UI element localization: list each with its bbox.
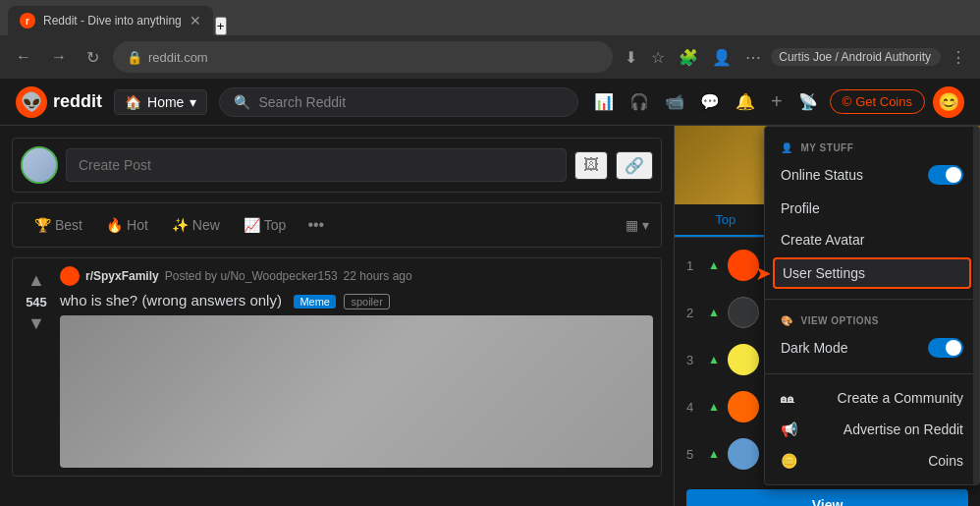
profile-item[interactable]: Profile (765, 193, 979, 224)
sort-more-button[interactable]: ••• (299, 212, 332, 238)
view-toggle-button[interactable]: ▦ ▾ (626, 217, 649, 233)
home-label: Home (147, 94, 184, 110)
user-settings-label: User Settings (783, 265, 865, 281)
back-button[interactable]: ← (10, 44, 37, 70)
dropdown-view-options-header: 🎨 View Options (765, 308, 979, 330)
create-post-input[interactable] (66, 148, 567, 182)
reddit-logo[interactable]: 👽 reddit (16, 86, 102, 118)
image-upload-button[interactable]: 🖼 (574, 151, 608, 180)
extension-icon[interactable]: 🧩 (675, 44, 702, 71)
search-placeholder: Search Reddit (258, 94, 346, 110)
new-tab-button[interactable]: + (215, 17, 227, 35)
more-button[interactable]: ⋮ (947, 44, 970, 71)
reddit-favicon: r (20, 13, 35, 28)
create-avatar-item[interactable]: Create Avatar (765, 224, 979, 255)
user-settings-item[interactable]: User Settings ➤ (773, 257, 971, 289)
home-dropdown-button[interactable]: 🏠 Home ▾ (114, 89, 207, 115)
browser-tab[interactable]: r Reddit - Dive into anything ✕ (8, 6, 213, 35)
home-icon: 🏠 (125, 94, 141, 110)
dropdown-my-stuff-section: 👤 My Stuff Online Status Profile Create … (765, 127, 979, 300)
megaphone-icon: 📢 (781, 422, 797, 437)
get-coins-button[interactable]: © Get Coins (830, 89, 925, 114)
sort-new-button[interactable]: ✨ New (162, 211, 230, 239)
close-tab-button[interactable]: ✕ (190, 13, 201, 28)
rank-num-5: 5 (686, 447, 700, 462)
chart-icon[interactable]: 📊 (590, 88, 618, 115)
post-card: ▲ 545 ▼ r/SpyxFamily Posted by u/No_Wood… (12, 257, 662, 477)
header-icons: 📊 🎧 📹 💬 🔔 + 📡 © Get Coins 😊 (590, 86, 964, 118)
spoiler-tag[interactable]: spoiler (344, 294, 389, 309)
dropdown-menu: 👤 My Stuff Online Status Profile Create … (764, 126, 980, 485)
main-area: 🖼 🔗 🏆 Best 🔥 Hot ✨ New (0, 126, 980, 506)
rank-num-1: 1 (686, 258, 700, 273)
forward-button[interactable]: → (45, 44, 73, 70)
vote-count: 545 (26, 295, 47, 309)
chat-icon[interactable]: 💬 (696, 88, 724, 115)
coins-item[interactable]: 🪙 Coins (765, 445, 979, 477)
user-circle-icon: 👤 (781, 142, 793, 153)
sort-new-label: New (192, 217, 220, 233)
browser-frame: r Reddit - Dive into anything ✕ + ← → ↻ … (0, 0, 980, 79)
refresh-button[interactable]: ↻ (81, 44, 105, 71)
profile-badge[interactable]: Curtis Joe / Android Authority (771, 48, 941, 66)
profile-label: Profile (781, 200, 820, 216)
coins-icon: © (843, 94, 852, 109)
dark-mode-label: Dark Mode (781, 340, 847, 356)
toolbar-right: ⬇ ☆ 🧩 👤 ⋯ Curtis Joe / Android Authority… (621, 44, 970, 71)
view-more-button[interactable]: View (686, 489, 968, 506)
coins-label: Coins (928, 453, 963, 469)
scrollbar[interactable] (973, 127, 979, 484)
dark-mode-toggle[interactable] (928, 338, 963, 358)
red-arrow-indicator: ➤ (755, 261, 772, 285)
online-status-item[interactable]: Online Status (765, 157, 979, 193)
address-bar[interactable]: 🔒 reddit.com (113, 41, 613, 73)
subreddit-name[interactable]: r/SpyxFamily (85, 269, 159, 283)
video-icon[interactable]: 📹 (661, 88, 688, 115)
address-text: reddit.com (148, 50, 208, 65)
create-community-item[interactable]: 🏘 Create a Community (765, 382, 979, 414)
sidebar-tab-top[interactable]: Top (675, 204, 777, 237)
broadcast-icon[interactable]: 📡 (794, 88, 822, 115)
online-status-toggle[interactable] (928, 165, 963, 185)
bookmark-button[interactable]: ☆ (647, 44, 669, 71)
meme-tag[interactable]: Meme (294, 295, 336, 309)
advertise-item[interactable]: 📢 Advertise on Reddit (765, 414, 979, 445)
reddit-text: reddit (53, 91, 102, 112)
sort-hot-button[interactable]: 🔥 Hot (96, 211, 158, 239)
search-bar[interactable]: 🔍 Search Reddit (219, 87, 578, 117)
browser-tab-bar: r Reddit - Dive into anything ✕ + (0, 0, 980, 35)
lock-icon: 🔒 (127, 50, 142, 65)
rank-arrow-4: ▲ (708, 400, 720, 414)
sort-best-label: Best (55, 217, 82, 233)
sort-hot-label: Hot (127, 217, 148, 233)
rank-arrow-2: ▲ (708, 306, 720, 319)
post-title-line: who is she? (wrong answers only) Meme sp… (60, 292, 653, 309)
download-button[interactable]: ⬇ (621, 44, 641, 71)
bell-icon[interactable]: 🔔 (732, 88, 759, 115)
sort-top-label: Top (264, 217, 287, 233)
rank-num-2: 2 (686, 306, 700, 320)
plus-icon[interactable]: + (767, 86, 787, 117)
sort-bar: 🏆 Best 🔥 Hot ✨ New 📈 Top ••• ▦ ▾ (12, 202, 662, 248)
sort-best-button[interactable]: 🏆 Best (25, 211, 92, 239)
link-button[interactable]: 🔗 (616, 151, 653, 180)
subreddit-icon-4 (728, 391, 759, 422)
sort-hot-icon: 🔥 (106, 217, 123, 233)
user-avatar-small (21, 146, 58, 184)
create-community-label: Create a Community (838, 390, 963, 406)
dropdown-other-section: 🏘 Create a Community 📢 Advertise on Redd… (765, 374, 979, 484)
browser-toolbar: ← → ↻ 🔒 reddit.com ⬇ ☆ 🧩 👤 ⋯ Curtis Joe … (0, 35, 980, 79)
rank-arrow-5: ▲ (708, 447, 720, 461)
sort-top-button[interactable]: 📈 Top (234, 211, 297, 239)
dark-mode-item[interactable]: Dark Mode (765, 330, 979, 365)
post-content: r/SpyxFamily Posted by u/No_Woodpecker15… (60, 266, 653, 468)
dropdown-my-stuff-header: 👤 My Stuff (765, 135, 979, 157)
grid-button[interactable]: ⋯ (741, 44, 765, 71)
user-avatar-button[interactable]: 😊 (933, 86, 964, 118)
downvote-button[interactable]: ▼ (27, 313, 45, 334)
headphone-icon[interactable]: 🎧 (626, 88, 653, 115)
upvote-button[interactable]: ▲ (27, 270, 45, 291)
palette-icon: 🎨 (781, 315, 793, 326)
profile-icon-chrome[interactable]: 👤 (708, 44, 735, 71)
rank-arrow-3: ▲ (708, 353, 720, 366)
